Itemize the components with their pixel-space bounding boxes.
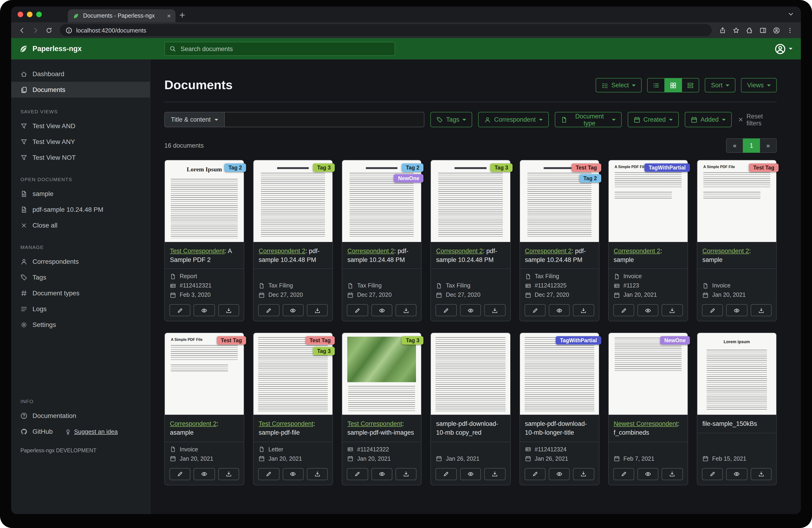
sidebar-item-pdf-sample-10-24-48-pm[interactable]: pdf-sample 10.24.48 PM — [11, 201, 150, 217]
correspondent-filter-button[interactable]: Correspondent — [478, 112, 549, 127]
download-button[interactable] — [395, 304, 417, 316]
edit-button[interactable] — [613, 304, 634, 316]
edit-button[interactable] — [702, 468, 723, 480]
sidebar-item-documents[interactable]: Documents — [11, 82, 150, 98]
side-panel-button[interactable] — [757, 24, 769, 37]
download-button[interactable] — [573, 468, 594, 480]
back-button[interactable] — [16, 24, 28, 37]
tag-badge[interactable]: Tag 3 — [402, 337, 423, 345]
extensions-button[interactable] — [743, 24, 756, 37]
sort-button[interactable]: Sort — [705, 78, 736, 92]
edit-button[interactable] — [347, 468, 368, 480]
edit-button[interactable] — [524, 304, 546, 316]
sidebar-item-correspondents[interactable]: Correspondents — [11, 254, 150, 269]
document-card[interactable]: NewOne Newest Correspondent: f_combineds… — [608, 333, 688, 485]
edit-button[interactable] — [702, 304, 723, 316]
share-button[interactable] — [716, 24, 729, 37]
close-window-button[interactable] — [18, 12, 23, 17]
download-button[interactable] — [218, 468, 239, 480]
browser-menu-button[interactable] — [784, 24, 796, 37]
document-thumbnail[interactable]: Lorem Ipsum Tag 2 — [165, 160, 244, 242]
tag-badge[interactable]: Tag 2 — [579, 174, 601, 183]
download-button[interactable] — [307, 304, 328, 316]
user-menu[interactable] — [774, 43, 793, 55]
tag-badge[interactable]: Test Tag — [305, 337, 335, 345]
correspondent-link[interactable]: Newest Correspondent — [613, 420, 678, 427]
sidebar-item-document-types[interactable]: Document types — [11, 285, 150, 301]
edit-button[interactable] — [524, 468, 546, 480]
edit-button[interactable] — [347, 304, 368, 316]
tab-search-icon[interactable] — [787, 11, 794, 19]
site-info-icon[interactable] — [66, 27, 72, 34]
prev-page-button[interactable]: « — [726, 138, 743, 153]
edit-button[interactable] — [613, 468, 634, 480]
view-button[interactable] — [637, 304, 658, 316]
minimize-window-button[interactable] — [27, 12, 32, 17]
new-tab-button[interactable] — [175, 8, 188, 22]
bookmark-button[interactable] — [730, 24, 742, 37]
sidebar-item-test-view-not[interactable]: Test View NOT — [11, 149, 150, 165]
document-thumbnail[interactable]: Tag 2NewOne — [343, 160, 421, 242]
view-button[interactable] — [549, 304, 570, 316]
document-type-filter-button[interactable]: Document type — [554, 112, 621, 127]
document-thumbnail[interactable]: Tag 3 — [431, 160, 510, 242]
document-card[interactable]: Tag 2NewOne Correspondent 2: pdf-sample … — [342, 160, 422, 322]
document-thumbnail[interactable]: Test TagTag 3 — [253, 333, 332, 415]
sidebar-item-close-all[interactable]: Close all — [11, 217, 150, 233]
document-card[interactable]: Tag 3 Correspondent 2: pdf-sample 10.24.… — [431, 160, 510, 322]
edit-button[interactable] — [170, 468, 191, 480]
document-card[interactable]: sample-pdf-download-10-mb copy_red Jan 2… — [431, 333, 510, 485]
page-1-button[interactable]: 1 — [743, 138, 760, 153]
edit-button[interactable] — [436, 468, 457, 480]
document-thumbnail[interactable]: TagWithPartial — [520, 333, 599, 415]
grid-view-button[interactable] — [665, 78, 682, 92]
address-bar[interactable]: localhost:4200/documents — [60, 24, 712, 36]
tag-badge[interactable]: Tag 3 — [491, 163, 512, 172]
forward-button[interactable] — [29, 24, 42, 37]
download-button[interactable] — [484, 304, 505, 316]
title-content-input[interactable] — [225, 112, 424, 127]
document-thumbnail[interactable]: A Simple PDF File Test Tag — [165, 333, 244, 415]
title-content-dropdown[interactable]: Title & content — [164, 112, 225, 127]
document-card[interactable]: Tag 3 Correspondent 2: pdf-sample 10.24.… — [253, 160, 333, 322]
sidebar-item-logs[interactable]: Logs — [11, 301, 150, 317]
tag-badge[interactable]: NewOne — [394, 174, 424, 183]
correspondent-link[interactable]: Correspondent 2 — [702, 247, 749, 255]
tag-badge[interactable]: Test Tag — [571, 163, 601, 172]
correspondent-link[interactable]: Correspondent 2 — [436, 247, 483, 255]
document-card[interactable]: Tag 3 Test Correspondent: sample-pdf-wit… — [342, 333, 422, 485]
document-card[interactable]: Lorem Ipsum Tag 2 Test Correspondent: A … — [164, 160, 244, 322]
tag-badge[interactable]: NewOne — [660, 337, 690, 345]
detail-view-button[interactable] — [682, 78, 699, 92]
edit-button[interactable] — [258, 468, 279, 480]
brand[interactable]: Paperless-ngx — [11, 44, 89, 54]
views-button[interactable]: Views — [741, 78, 777, 92]
edit-button[interactable] — [170, 304, 191, 316]
sidebar-item-sample[interactable]: sample — [11, 186, 150, 201]
document-thumbnail[interactable]: A Simple PDF File TagWithPartial — [608, 160, 687, 242]
tag-badge[interactable]: TagWithPartial — [556, 337, 601, 345]
sidebar-item-tags[interactable]: Tags — [11, 269, 150, 285]
sidebar-item-dashboard[interactable]: Dashboard — [11, 66, 150, 82]
correspondent-link[interactable]: Test Correspondent — [348, 420, 402, 427]
sidebar-item-test-view-and[interactable]: Test View AND — [11, 118, 150, 134]
reset-filters-button[interactable]: Reset filters — [738, 113, 777, 127]
download-button[interactable] — [662, 304, 683, 316]
view-button[interactable] — [460, 304, 481, 316]
created-filter-button[interactable]: Created — [628, 112, 679, 127]
view-button[interactable] — [371, 304, 392, 316]
correspondent-link[interactable]: Test Correspondent — [259, 420, 314, 427]
tag-badge[interactable]: Tag 3 — [313, 163, 335, 172]
document-thumbnail[interactable]: Test TagTag 2 — [520, 160, 599, 242]
view-button[interactable] — [371, 468, 392, 480]
download-button[interactable] — [218, 304, 239, 316]
correspondent-link[interactable]: Correspondent 2 — [613, 247, 660, 255]
zoom-window-button[interactable] — [36, 12, 42, 17]
download-button[interactable] — [662, 468, 683, 480]
document-thumbnail[interactable]: Tag 3 — [253, 160, 332, 242]
document-card[interactable]: Lorem ipsum file-sample_150kBs Feb 15, 2… — [697, 333, 777, 485]
tag-badge[interactable]: TagWithPartial — [644, 163, 690, 172]
select-button[interactable]: Select — [596, 78, 642, 92]
global-search[interactable] — [164, 42, 395, 56]
tags-filter-button[interactable]: Tags — [430, 112, 473, 127]
